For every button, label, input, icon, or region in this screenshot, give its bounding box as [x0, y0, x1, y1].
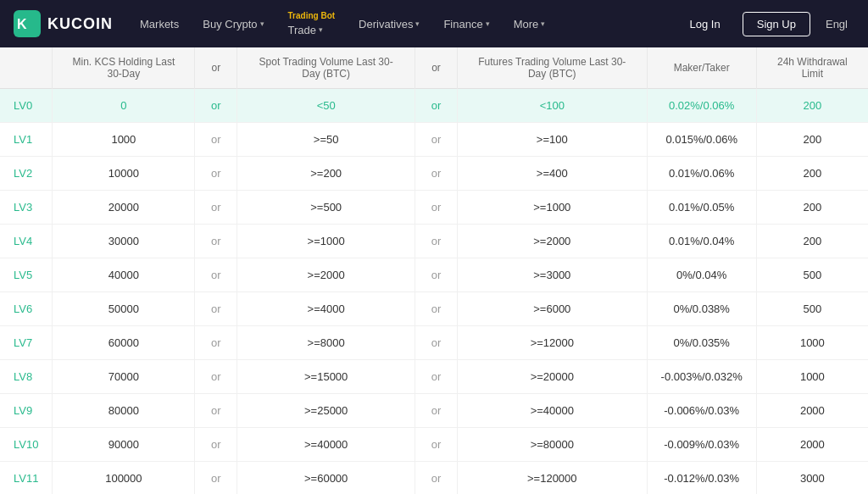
cell-or1: or	[195, 292, 237, 326]
cell-spot: >=200	[237, 157, 415, 191]
logo[interactable]: K KUCOIN	[14, 10, 113, 37]
cell-level: LV9	[0, 394, 53, 428]
cell-kcs: 80000	[53, 394, 195, 428]
cell-futures: >=80000	[457, 428, 647, 462]
cell-futures: >=400	[457, 157, 647, 191]
cell-or1: or	[195, 225, 237, 258]
signup-button[interactable]: Sign Up	[743, 12, 810, 36]
cell-or1: or	[195, 123, 237, 157]
cell-futures: >=12000	[457, 326, 647, 360]
nav-finance[interactable]: Finance ▾	[433, 13, 499, 36]
cell-or2: or	[415, 157, 457, 191]
markets-label: Markets	[140, 18, 179, 31]
cell-fee: 0.01%/0.05%	[647, 191, 756, 225]
cell-fee: 0.01%/0.06%	[647, 157, 756, 191]
table-row: LV1090000or>=40000or>=80000-0.009%/0.03%…	[0, 428, 868, 462]
cell-or2: or	[415, 326, 457, 360]
table-row: LV430000or>=1000or>=20000.01%/0.04%200	[0, 225, 868, 258]
cell-spot: >=2000	[237, 258, 415, 292]
table-row: LV870000or>=15000or>=20000-0.003%/0.032%…	[0, 360, 868, 394]
cell-limit: 3000	[756, 462, 868, 495]
cell-or1: or	[195, 191, 237, 225]
cell-level: LV2	[0, 157, 53, 191]
cell-kcs: 60000	[53, 326, 195, 360]
th-limit: 24h Withdrawal Limit	[756, 47, 868, 89]
svg-text:K: K	[17, 17, 27, 31]
fee-table: Min. KCS Holding Last 30-Day or Spot Tra…	[0, 47, 868, 494]
cell-level: LV5	[0, 258, 53, 292]
cell-or2: or	[415, 89, 457, 123]
login-button[interactable]: Log In	[676, 13, 734, 36]
cell-futures: >=3000	[457, 258, 647, 292]
table-row: LV210000or>=200or>=4000.01%/0.06%200	[0, 157, 868, 191]
cell-or1: or	[195, 258, 237, 292]
cell-limit: 200	[756, 123, 868, 157]
nav-markets[interactable]: Markets	[130, 13, 189, 36]
cell-kcs: 50000	[53, 292, 195, 326]
finance-chevron: ▾	[486, 19, 490, 28]
cell-fee: 0.01%/0.04%	[647, 225, 756, 258]
finance-label: Finance	[443, 18, 482, 31]
cell-kcs: 90000	[53, 428, 195, 462]
cell-kcs: 10000	[53, 157, 195, 191]
cell-kcs: 1000	[53, 123, 195, 157]
th-spot: Spot Trading Volume Last 30-Day (BTC)	[237, 47, 415, 89]
cell-kcs: 20000	[53, 191, 195, 225]
cell-spot: >=1000	[237, 225, 415, 258]
buy-crypto-label: Buy Crypto	[203, 18, 257, 31]
trade-label: Trade	[288, 24, 316, 36]
table-body: LV00or<50or<1000.02%/0.06%200LV11000or>=…	[0, 89, 868, 495]
cell-or2: or	[415, 428, 457, 462]
nav-trade[interactable]: Trading Bot Trade ▾	[278, 10, 346, 38]
table-row: LV11000or>=50or>=1000.015%/0.06%200	[0, 123, 868, 157]
navbar: K KUCOIN Markets Buy Crypto ▾ Trading Bo…	[0, 0, 868, 47]
kucoin-logo-icon: K	[14, 10, 41, 37]
cell-spot: >=25000	[237, 394, 415, 428]
trading-bot-sublabel: Trading Bot	[288, 12, 336, 20]
cell-limit: 200	[756, 89, 868, 123]
table-row: LV00or<50or<1000.02%/0.06%200	[0, 89, 868, 123]
th-level	[0, 47, 53, 89]
cell-level: LV1	[0, 123, 53, 157]
language-button[interactable]: Engl	[819, 13, 854, 36]
th-or1: or	[195, 47, 237, 89]
cell-limit: 200	[756, 225, 868, 258]
nav-more[interactable]: More ▾	[504, 13, 556, 36]
cell-or1: or	[195, 462, 237, 495]
cell-fee: 0%/0.035%	[647, 326, 756, 360]
cell-or2: or	[415, 123, 457, 157]
cell-kcs: 30000	[53, 225, 195, 258]
cell-or1: or	[195, 360, 237, 394]
table-row: LV650000or>=4000or>=60000%/0.038%500	[0, 292, 868, 326]
table-row: LV320000or>=500or>=10000.01%/0.05%200	[0, 191, 868, 225]
cell-futures: >=20000	[457, 360, 647, 394]
cell-futures: >=6000	[457, 292, 647, 326]
th-fee: Maker/Taker	[647, 47, 756, 89]
cell-fee: -0.012%/0.03%	[647, 462, 756, 495]
cell-kcs: 70000	[53, 360, 195, 394]
cell-or1: or	[195, 428, 237, 462]
cell-fee: -0.009%/0.03%	[647, 428, 756, 462]
nav-buy-crypto[interactable]: Buy Crypto ▾	[192, 13, 274, 36]
cell-spot: >=50	[237, 123, 415, 157]
cell-limit: 200	[756, 191, 868, 225]
cell-level: LV11	[0, 462, 53, 495]
cell-level: LV4	[0, 225, 53, 258]
cell-level: LV8	[0, 360, 53, 394]
derivatives-label: Derivatives	[359, 18, 413, 31]
cell-limit: 500	[756, 258, 868, 292]
nav-right: Log In Sign Up Engl	[676, 12, 854, 36]
cell-or1: or	[195, 326, 237, 360]
cell-fee: 0%/0.04%	[647, 258, 756, 292]
nav-items: Markets Buy Crypto ▾ Trading Bot Trade ▾…	[130, 10, 676, 38]
cell-fee: -0.006%/0.03%	[647, 394, 756, 428]
cell-or2: or	[415, 258, 457, 292]
cell-spot: >=8000	[237, 326, 415, 360]
trade-chevron: ▾	[319, 25, 323, 34]
cell-futures: <100	[457, 89, 647, 123]
cell-level: LV6	[0, 292, 53, 326]
more-label: More	[514, 18, 539, 31]
nav-derivatives[interactable]: Derivatives ▾	[348, 13, 430, 36]
buy-crypto-chevron: ▾	[260, 19, 264, 28]
cell-or1: or	[195, 394, 237, 428]
